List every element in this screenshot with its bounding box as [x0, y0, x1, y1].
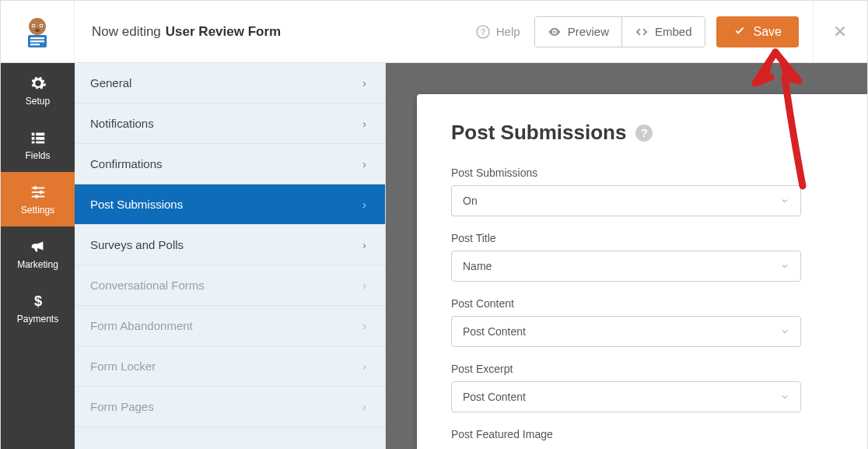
submenu-item-notifications[interactable]: Notifications ›	[75, 103, 385, 144]
submenu-item-surveys-polls[interactable]: Surveys and Polls ›	[75, 225, 385, 265]
chevron-right-icon: ›	[362, 238, 366, 251]
rail-label: Marketing	[17, 259, 58, 270]
bullhorn-icon	[30, 238, 47, 255]
svg-point-0	[29, 18, 46, 35]
rail-item-fields[interactable]: Fields	[1, 118, 75, 172]
submenu-item-post-submissions[interactable]: Post Submissions ›	[75, 184, 385, 225]
left-rail: Setup Fields	[1, 63, 75, 449]
chevron-right-icon: ›	[362, 279, 366, 292]
chevron-right-icon: ›	[362, 319, 366, 332]
rail-item-setup[interactable]: Setup	[1, 63, 75, 118]
field-post-content: Post Content Post Content	[451, 297, 833, 347]
wpforms-logo-icon	[20, 15, 54, 49]
eye-icon	[548, 25, 562, 39]
rail-label: Setup	[26, 96, 50, 107]
preview-label: Preview	[568, 25, 609, 38]
page-title: Now editing User Review Form	[75, 24, 476, 40]
top-actions: ? Help Preview Embed	[476, 1, 867, 63]
code-icon	[635, 25, 649, 39]
field-post-title: Post Title Name	[451, 232, 833, 282]
submenu-label: Form Locker	[90, 360, 156, 373]
rail-filler	[1, 335, 75, 449]
help-hint-icon[interactable]: ?	[635, 125, 653, 142]
select-post-submissions[interactable]: On	[451, 185, 801, 216]
panel-title: Post Submissions ?	[451, 121, 833, 145]
svg-rect-9	[30, 44, 40, 45]
svg-point-5	[35, 29, 40, 32]
help-link[interactable]: ? Help	[476, 25, 520, 39]
svg-point-23	[39, 190, 42, 193]
help-label: Help	[496, 25, 520, 38]
svg-point-4	[40, 25, 42, 26]
field-label: Post Content	[451, 297, 833, 310]
chevron-right-icon: ›	[362, 76, 366, 89]
svg-rect-14	[36, 132, 44, 135]
preview-button[interactable]: Preview	[535, 17, 621, 47]
chevron-down-icon	[780, 261, 789, 271]
form-name: User Review Form	[166, 24, 281, 40]
chevron-right-icon: ›	[362, 157, 366, 170]
rail-item-payments[interactable]: $ Payments	[1, 281, 75, 335]
panel-title-text: Post Submissions	[451, 121, 626, 145]
top-bar: Now editing User Review Form ? Help Prev…	[1, 1, 867, 63]
chevron-down-icon	[780, 392, 789, 402]
svg-point-24	[34, 195, 37, 198]
field-post-featured-image: Post Featured Image	[451, 428, 833, 440]
svg-rect-16	[36, 137, 44, 140]
save-button[interactable]: Save	[716, 16, 799, 47]
submenu-label: General	[90, 76, 131, 89]
rail-item-marketing[interactable]: Marketing	[1, 226, 75, 281]
field-label: Post Submissions	[451, 167, 833, 179]
submenu-item-general[interactable]: General ›	[75, 63, 385, 103]
select-value: Post Content	[463, 325, 526, 338]
submenu-label: Notifications	[90, 117, 154, 130]
field-label: Post Title	[451, 232, 833, 244]
select-post-excerpt[interactable]: Post Content	[451, 381, 801, 412]
rail-label: Payments	[17, 314, 58, 324]
svg-rect-7	[30, 37, 44, 39]
settings-panel: Post Submissions ? Post Submissions On P…	[417, 94, 867, 449]
chevron-right-icon: ›	[362, 400, 366, 413]
chevron-right-icon: ›	[362, 117, 366, 130]
svg-rect-17	[31, 141, 34, 143]
close-icon	[832, 23, 849, 40]
submenu-item-form-locker[interactable]: Form Locker ›	[75, 346, 385, 387]
close-button[interactable]	[813, 1, 867, 63]
settings-submenu: General › Notifications › Confirmations …	[75, 63, 386, 449]
select-value: On	[463, 195, 478, 207]
chevron-right-icon: ›	[362, 198, 366, 211]
svg-rect-8	[30, 40, 44, 42]
submenu-label: Confirmations	[90, 157, 163, 170]
submenu-item-confirmations[interactable]: Confirmations ›	[75, 144, 385, 184]
preview-embed-group: Preview Embed	[534, 16, 705, 47]
embed-button[interactable]: Embed	[621, 17, 705, 47]
stage-area: Post Submissions ? Post Submissions On P…	[386, 63, 867, 449]
rail-item-settings[interactable]: Settings	[1, 172, 75, 226]
editing-prefix: Now editing	[92, 24, 161, 40]
submenu-label: Form Pages	[90, 400, 154, 413]
embed-label: Embed	[655, 25, 692, 38]
chevron-right-icon: ›	[362, 360, 366, 373]
body-area: Setup Fields	[1, 63, 867, 449]
chevron-down-icon	[780, 327, 789, 336]
svg-point-22	[33, 186, 37, 189]
submenu-item-form-abandonment[interactable]: Form Abandonment ›	[75, 306, 385, 346]
select-post-content[interactable]: Post Content	[451, 316, 801, 347]
submenu-item-conversational-forms[interactable]: Conversational Forms ›	[75, 265, 385, 306]
submenu-item-form-pages[interactable]: Form Pages ›	[75, 387, 385, 427]
chevron-down-icon	[780, 196, 789, 205]
submenu-label: Form Abandonment	[90, 319, 193, 332]
field-post-excerpt: Post Excerpt Post Content	[451, 363, 833, 412]
dollar-icon: $	[30, 293, 47, 310]
field-label: Post Featured Image	[451, 428, 833, 440]
gear-icon	[30, 75, 47, 92]
submenu-label: Post Submissions	[90, 198, 183, 211]
sliders-icon	[30, 184, 47, 201]
rail-label: Fields	[25, 150, 50, 161]
select-value: Name	[463, 260, 492, 272]
save-label: Save	[754, 25, 782, 39]
select-post-title[interactable]: Name	[451, 251, 801, 282]
help-icon: ?	[476, 25, 490, 39]
select-value: Post Content	[463, 391, 526, 403]
svg-rect-13	[31, 132, 34, 135]
